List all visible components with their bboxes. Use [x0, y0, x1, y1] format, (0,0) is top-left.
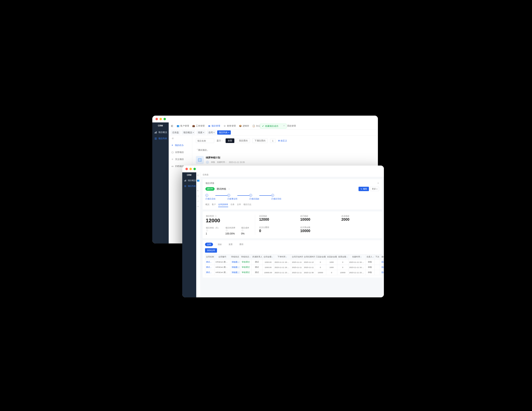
cell-next: [374, 260, 380, 265]
maximize-icon[interactable]: [163, 118, 166, 120]
step-line: [237, 195, 249, 196]
cell-name[interactable]: 测试种植: [205, 265, 215, 270]
table-header[interactable]: 合同名称: [205, 254, 215, 260]
cell-contact: 测试: [251, 265, 263, 270]
filter-customize[interactable]: ✿ 自定义: [278, 139, 287, 142]
filter-sub[interactable]: 下属负责的: [252, 138, 268, 143]
menu-icon[interactable]: [171, 125, 173, 127]
ttab-repay[interactable]: 回款: [216, 243, 224, 246]
filter-all[interactable]: 全部: [226, 138, 234, 143]
tab-dashboard-compact[interactable]: 仪表盘: [203, 173, 209, 176]
tab-dashboard[interactable]: 仪表盘: [171, 130, 180, 134]
rate-value: 100.00%: [225, 232, 237, 235]
leftpanel-item-mine[interactable]: ✈ 我的在办: [169, 142, 192, 149]
minitab-customer[interactable]: 客户: [212, 203, 216, 207]
table-header[interactable]: 未回款金额 ▲▼: [326, 254, 337, 260]
table-header[interactable]: 合同金额 ▲▼: [263, 254, 274, 260]
archive-icon[interactable]: ▭: [197, 205, 200, 208]
step-1: 1 已项目启动: [205, 194, 215, 200]
filter-mine[interactable]: 我负责的: [237, 138, 250, 143]
ttab-invoice[interactable]: 发票: [227, 243, 235, 246]
rocket-icon[interactable]: ✈: [197, 190, 200, 192]
cell-amount: 10000.00: [263, 270, 274, 275]
folder-icon[interactable]: ▢: [197, 195, 200, 198]
star-icon[interactable]: ☆: [197, 200, 200, 203]
table-header[interactable]: 操作: [380, 254, 384, 260]
cell-invoice: 0: [337, 265, 348, 270]
add-contract-button[interactable]: 添加合同: [205, 248, 217, 253]
contract-table: 合同名称合同编号审核状态审核状态 ▲▼所属联系人 ▲▼合同金额 ▲▼下单时间 ▲…: [205, 254, 384, 275]
table-header[interactable]: 合同开始时间 ▲▼: [291, 254, 303, 260]
table-header[interactable]: 下单时间 ▲▼: [274, 254, 291, 260]
tab-lead[interactable]: 线索 ▾: [196, 130, 206, 134]
nav-ticket[interactable]: 💼工单管理: [192, 124, 205, 127]
minimize-icon[interactable]: [160, 118, 162, 120]
svg-rect-10: [198, 159, 201, 162]
nav-inventory[interactable]: 📦进销存: [239, 124, 249, 127]
collapse-icon[interactable]: [169, 136, 192, 142]
unreceived-label: 总未收款: [341, 215, 379, 218]
close-icon[interactable]: [185, 168, 188, 170]
cell-ordertime: 2023-11-11 15:30:21: [274, 270, 291, 275]
nav-back-icon[interactable]: ‹: [197, 184, 200, 187]
menu-icon[interactable]: ☰: [197, 174, 200, 177]
project-card[interactable]: 绿萝种植计划 体验 创建时间： 2023-11-11 15:39: [196, 156, 374, 164]
tab-projectlist[interactable]: 项目列表 ▾: [217, 130, 231, 134]
table-header[interactable]: 合同结束时间 ▲▼: [303, 254, 315, 260]
cell-name[interactable]: 测试种植: [205, 260, 215, 265]
archive-icon: ▭: [171, 165, 173, 168]
sidebar-item-overview[interactable]: 项目概况: [182, 178, 196, 183]
cell-end: 2023-11-12: [303, 260, 315, 265]
cell-amount: 1000.00: [263, 265, 274, 270]
sidebar-item-overview[interactable]: 项目概况: [152, 129, 169, 135]
more-button[interactable]: 更多 ▾: [370, 187, 379, 191]
minitab-finance[interactable]: 合同及财务: [218, 203, 228, 207]
tabstrip-compact: 仪表盘: [201, 172, 384, 177]
table-header[interactable]: 合同编号: [215, 254, 230, 260]
cell-contact: 测试: [251, 260, 263, 265]
table-header[interactable]: 已回款金额 ▲▼: [315, 254, 326, 260]
cell-action[interactable]: 回款: [380, 265, 384, 270]
svg-rect-13: [184, 181, 185, 181]
svg-rect-14: [185, 180, 185, 182]
minitab-task[interactable]: 任务: [231, 203, 235, 207]
tab-overview[interactable]: 项目概况 ▾: [182, 130, 195, 134]
toast-close-icon[interactable]: ×: [284, 124, 285, 127]
search-input[interactable]: [196, 139, 214, 143]
table-header[interactable]: 所属联系人 ▲▼: [251, 254, 263, 260]
people-icon[interactable]: 👥: [197, 179, 200, 182]
favorite-icon[interactable]: ☆: [228, 188, 230, 190]
sidebar-item-list[interactable]: 项目列表: [152, 135, 169, 142]
close-icon[interactable]: [155, 118, 158, 120]
cell-action[interactable]: 回款: [380, 260, 384, 265]
project-tag: 「测试项目」: [196, 149, 374, 152]
edit-button[interactable]: ✎编辑: [359, 187, 369, 191]
minitab-file[interactable]: 文件: [237, 203, 241, 207]
close-icon[interactable]: ×: [377, 182, 379, 185]
nav-customer[interactable]: 👥客户管理: [177, 124, 189, 127]
table-header[interactable]: 负责人 ▲▼: [366, 254, 374, 260]
minitab-overview[interactable]: 概况: [205, 203, 209, 207]
table-header[interactable]: 创建时间 ▲▼: [348, 254, 366, 260]
ttab-fee[interactable]: 费用: [237, 243, 245, 246]
table-header[interactable]: 审核状态 ▲▼: [240, 254, 251, 260]
sidebar-item-list[interactable]: 项目列表: [182, 183, 196, 189]
table-header[interactable]: 审核状态: [230, 254, 240, 260]
leftpanel-item-follow[interactable]: ☆ 关注项目: [169, 156, 192, 163]
received-label: 总已收款: [300, 215, 337, 218]
nav-project[interactable]: ▦项目管理: [208, 124, 220, 127]
ttab-contract[interactable]: 合同: [205, 243, 213, 246]
nav-finance[interactable]: ⊙财务管理: [223, 124, 236, 127]
chevron-down-icon: ▾: [203, 132, 204, 134]
receivable-value: 12000: [259, 218, 296, 222]
table-header[interactable]: 下次: [374, 254, 380, 260]
minimize-icon[interactable]: [190, 168, 192, 170]
cell-name[interactable]: 测试种植: [205, 270, 215, 275]
maximize-icon[interactable]: [193, 168, 196, 170]
minitab-log[interactable]: 项目日志: [243, 203, 251, 207]
leftpanel-item-all[interactable]: ▢ 全部项目: [169, 149, 192, 156]
tab-contract[interactable]: 合同 ▾: [207, 130, 216, 134]
cell-action[interactable]: 回款: [380, 270, 384, 275]
table-header[interactable]: 发票金额 ▲▼: [337, 254, 348, 260]
titlebar: [152, 116, 378, 122]
